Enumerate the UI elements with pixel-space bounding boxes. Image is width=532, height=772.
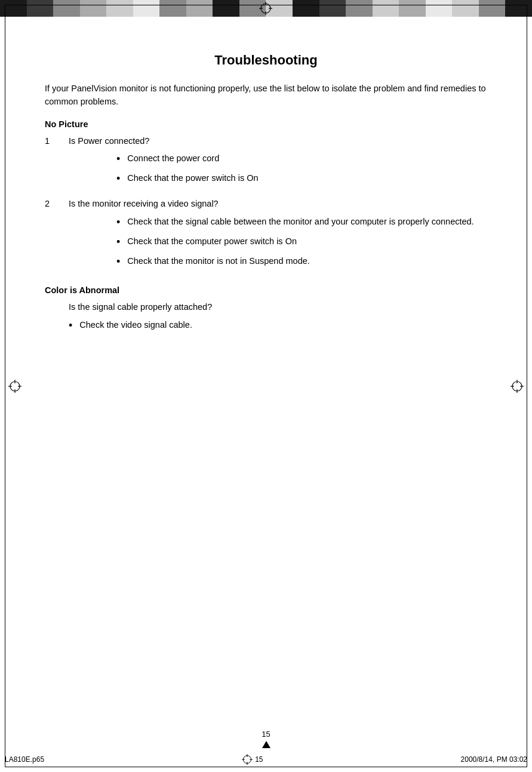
section-heading-no-picture: No Picture (45, 119, 487, 129)
page-number: 15 (0, 730, 532, 739)
bullet-power-switch-on: Check that the power switch is On (69, 172, 259, 187)
main-content: Troubleshooting If your PanelVision moni… (0, 17, 532, 374)
right-mid-crosshair-icon (511, 380, 524, 393)
bullet-computer-power: Check that the computer power switch is … (69, 235, 474, 250)
top-color-bar (0, 0, 532, 17)
list-item-1-text: Is Power connected? (69, 136, 149, 146)
list-item-2-content: Is the monitor receiving a video signal?… (69, 198, 474, 275)
list-num-1: 1 (45, 135, 69, 148)
list-item-1: 1 Is Power connected? Connect the power … (45, 135, 487, 192)
page-title: Troubleshooting (45, 53, 487, 68)
intro-paragraph: If your PanelVision monitor is not funct… (45, 82, 487, 109)
footer-crosshair-icon (242, 754, 253, 765)
no-picture-list: 1 Is Power connected? Connect the power … (45, 135, 487, 275)
bullet-connect-power: Connect the power cord (69, 152, 259, 167)
footer-center: 15 (255, 755, 263, 764)
list-num-2: 2 (45, 198, 69, 211)
list-item-1-content: Is Power connected? Connect the power co… (69, 135, 259, 192)
list-item-2: 2 Is the monitor receiving a video signa… (45, 198, 487, 275)
footer-right: 2000/8/14, PM 03:02 (461, 755, 527, 764)
list-item-2-bullets: Check that the signal cable between the … (69, 216, 474, 270)
list-item-1-bullets: Connect the power cord Check that the po… (69, 152, 259, 187)
color-sub-text: Is the signal cable properly attached? (45, 301, 487, 314)
bullet-suspend-mode: Check that the monitor is not in Suspend… (69, 255, 474, 270)
bullet-video-signal-cable: Check the video signal cable. (45, 319, 487, 334)
section-heading-color: Color is Abnormal (45, 285, 487, 295)
left-mid-crosshair-icon (8, 380, 21, 393)
color-section: Is the signal cable properly attached? C… (45, 301, 487, 334)
triangle-icon (262, 741, 270, 748)
bottom-status-bar: LA810E.p65 15 2000/8/14, PM 03:02 (5, 752, 527, 767)
bullet-signal-cable: Check that the signal cable between the … (69, 216, 474, 230)
list-item-2-text: Is the monitor receiving a video signal? (69, 199, 219, 208)
footer-left: LA810E.p65 (5, 755, 44, 764)
footer-center-area: 15 (242, 754, 263, 765)
page-footer: 15 (0, 730, 532, 748)
color-bullet-list: Check the video signal cable. (45, 319, 487, 334)
